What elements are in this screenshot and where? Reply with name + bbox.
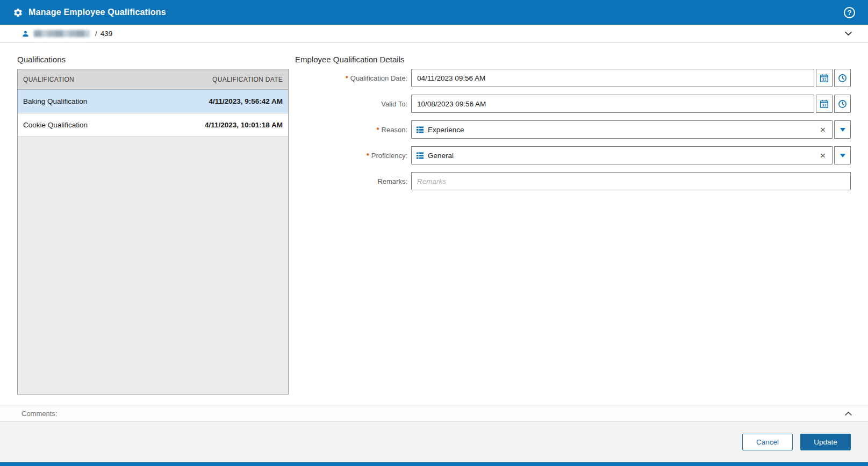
valid-to-clock-icon[interactable] — [834, 95, 851, 113]
list-icon — [416, 126, 424, 134]
breadcrumb-separator: / — [95, 30, 97, 38]
manage-employee-qualifications-window: Manage Employee Qualifications ? / 439 Q… — [0, 0, 868, 466]
table-row[interactable]: Baking Qualification 4/11/2023, 9:56:42 … — [18, 90, 288, 113]
valid-to-calendar-icon[interactable]: 31 — [816, 95, 833, 113]
required-marker: * — [367, 152, 369, 160]
column-header-qualification: QUALIFICATION — [18, 76, 175, 83]
details-title: Employee Qualification Details — [295, 55, 851, 64]
table-header-row: QUALIFICATION QUALIFICATION DATE — [18, 69, 288, 90]
valid-to-label: Valid To: — [295, 100, 411, 108]
qualification-name: Baking Qualification — [18, 97, 175, 105]
reason-combobox[interactable]: Experience × — [411, 120, 833, 139]
qualification-date: 4/11/2023, 10:01:18 AM — [175, 121, 288, 129]
qualification-date-calendar-icon[interactable]: 31 — [816, 69, 833, 87]
main-content: Qualifications QUALIFICATION QUALIFICATI… — [0, 43, 868, 405]
manage-gear-icon — [13, 8, 23, 18]
cancel-button[interactable]: Cancel — [742, 434, 793, 450]
table-empty-area — [18, 137, 288, 394]
qualifications-title: Qualifications — [17, 55, 289, 64]
proficiency-row: *Proficiency: General × — [295, 146, 851, 164]
remarks-input[interactable] — [411, 172, 851, 190]
remarks-label: Remarks: — [295, 177, 411, 185]
collapse-header-chevron-down-icon[interactable] — [844, 29, 853, 38]
qualification-date-row: *Qualification Date: 31 — [295, 69, 851, 87]
reason-value: Experience — [428, 126, 818, 134]
comments-chevron-up-icon[interactable] — [844, 409, 853, 418]
remarks-row: Remarks: — [295, 172, 851, 190]
qualification-date: 4/11/2023, 9:56:42 AM — [175, 97, 288, 105]
qualification-date-clock-icon[interactable] — [834, 69, 851, 87]
employee-name-redacted — [34, 30, 90, 37]
window-bottom-edge — [0, 462, 868, 466]
svg-text:31: 31 — [822, 77, 827, 81]
reason-label: *Reason: — [295, 126, 411, 134]
svg-text:31: 31 — [822, 103, 827, 107]
update-button[interactable]: Update — [800, 434, 851, 450]
required-marker: * — [377, 126, 379, 134]
proficiency-label: *Proficiency: — [295, 152, 411, 160]
valid-to-input[interactable] — [411, 95, 814, 113]
reason-row: *Reason: Experience × — [295, 120, 851, 139]
employee-bar: / 439 — [0, 25, 868, 43]
required-marker: * — [346, 74, 348, 82]
list-icon — [416, 152, 424, 160]
table-row[interactable]: Cookie Qualification 4/11/2023, 10:01:18… — [18, 113, 288, 137]
proficiency-value: General — [428, 152, 818, 160]
proficiency-dropdown-icon[interactable] — [834, 146, 851, 164]
footer-bar: Cancel Update — [0, 422, 868, 462]
person-icon — [21, 30, 30, 38]
qualifications-panel: Qualifications QUALIFICATION QUALIFICATI… — [17, 43, 289, 405]
valid-to-row: Valid To: 31 — [295, 95, 851, 113]
qualification-date-input[interactable] — [411, 69, 814, 87]
qualifications-table: QUALIFICATION QUALIFICATION DATE Baking … — [17, 69, 289, 395]
details-panel: Employee Qualification Details *Qualific… — [295, 43, 851, 405]
qualification-date-label: *Qualification Date: — [295, 74, 411, 82]
comments-section: Comments: — [0, 405, 868, 422]
qualification-name: Cookie Qualification — [18, 121, 175, 129]
comments-label: Comments: — [21, 410, 57, 418]
reason-dropdown-icon[interactable] — [834, 120, 851, 139]
help-icon[interactable]: ? — [844, 7, 855, 18]
column-header-qualification-date: QUALIFICATION DATE — [175, 76, 288, 83]
page-title: Manage Employee Qualifications — [28, 8, 166, 17]
employee-id: 439 — [101, 30, 113, 38]
proficiency-combobox[interactable]: General × — [411, 146, 833, 164]
title-bar: Manage Employee Qualifications ? — [0, 0, 868, 25]
proficiency-clear-icon[interactable]: × — [818, 151, 828, 160]
reason-clear-icon[interactable]: × — [818, 125, 828, 134]
